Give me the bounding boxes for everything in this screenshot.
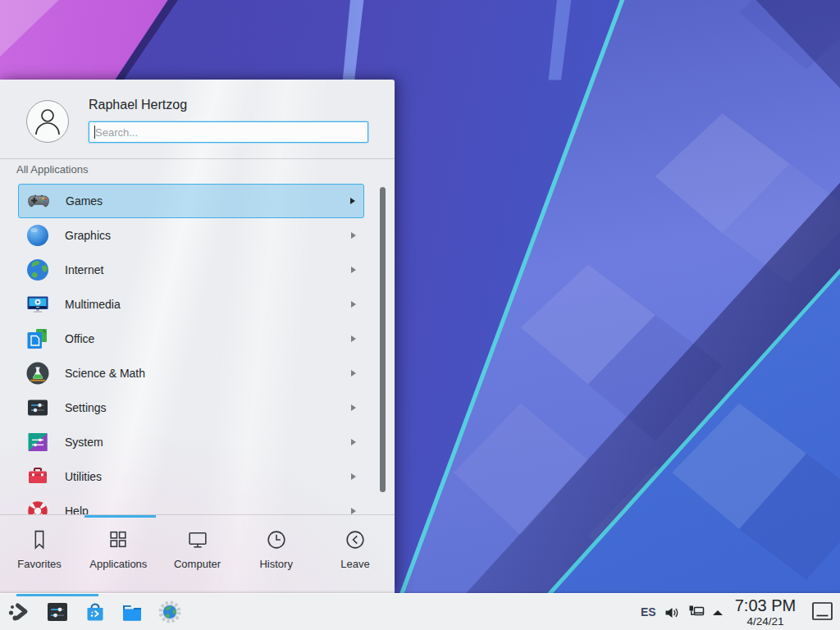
tab-computer[interactable]: Computer — [158, 518, 236, 593]
application-launcher-menu: Raphael Hertzog All Applications Games — [0, 80, 395, 593]
globe-icon — [25, 257, 51, 283]
show-desktop-button[interactable] — [810, 600, 834, 623]
category-item-multimedia[interactable]: Multimedia — [18, 287, 364, 322]
tab-favorites[interactable]: Favorites — [0, 518, 79, 593]
search-input[interactable] — [89, 121, 368, 143]
category-item-internet[interactable]: Internet — [18, 253, 364, 287]
tab-history[interactable]: History — [237, 518, 316, 593]
application-launcher-button[interactable] — [7, 599, 33, 625]
submenu-arrow-icon — [351, 439, 356, 445]
category-label: Games — [66, 194, 103, 208]
category-item-help[interactable]: Help — [18, 494, 364, 514]
task-konqueror[interactable] — [157, 599, 183, 625]
clock-icon — [265, 528, 288, 551]
task-discover[interactable] — [82, 599, 108, 625]
tab-label: Leave — [340, 558, 369, 570]
user-icon — [27, 101, 68, 142]
list-scrollbar[interactable] — [380, 187, 386, 492]
tab-applications[interactable]: Applications — [79, 518, 158, 593]
globe-gear-icon — [157, 599, 183, 625]
tabbar-divider — [0, 514, 395, 515]
category-label: Utilities — [65, 470, 102, 483]
section-label: All Applications — [16, 163, 88, 176]
leave-icon — [344, 528, 367, 551]
category-item-games[interactable]: Games — [18, 184, 364, 218]
network-icon — [687, 604, 705, 622]
submenu-arrow-icon — [351, 370, 356, 377]
tab-label: Computer — [174, 558, 221, 570]
submenu-arrow-icon — [351, 508, 356, 514]
category-label: System — [65, 436, 103, 449]
task-system-settings[interactable] — [44, 599, 71, 625]
category-label: Multimedia — [65, 298, 121, 311]
expand-tray-button[interactable] — [710, 605, 728, 623]
graphics-sphere-icon — [25, 222, 51, 249]
system-settings-icon — [44, 599, 71, 625]
task-dolphin[interactable] — [119, 599, 145, 625]
text-caret — [94, 126, 95, 139]
active-task-indicator — [16, 594, 98, 596]
expand-tray-arrow-icon — [710, 605, 725, 620]
category-label: Help — [65, 504, 89, 514]
tab-leave[interactable]: Leave — [316, 518, 395, 593]
monitor-play-icon — [25, 291, 51, 317]
category-label: Internet — [65, 263, 103, 276]
category-label: Settings — [65, 401, 107, 414]
submenu-arrow-icon — [351, 473, 356, 480]
tab-label: Applications — [89, 558, 147, 570]
category-item-utilities[interactable]: Utilities — [18, 459, 364, 494]
network-tray-button[interactable] — [687, 604, 705, 622]
system-sliders-icon — [25, 429, 51, 455]
submenu-arrow-icon — [351, 301, 356, 308]
kickoff-tabbar: Favorites Applications Computer History — [0, 518, 395, 593]
gamepad-icon — [25, 188, 52, 214]
toolbox-icon — [25, 463, 51, 490]
category-item-system[interactable]: System — [18, 425, 364, 459]
tab-label: History — [259, 558, 292, 570]
show-desktop-icon — [810, 600, 834, 623]
volume-icon — [663, 604, 681, 622]
digital-clock[interactable]: 7:03 PM 4/24/21 — [729, 596, 801, 628]
computer-icon — [186, 528, 209, 551]
flask-icon — [25, 360, 51, 386]
header-divider — [0, 158, 395, 159]
volume-tray-button[interactable] — [663, 604, 681, 622]
submenu-arrow-icon — [350, 198, 355, 204]
bookmark-icon — [28, 528, 51, 551]
submenu-arrow-icon — [351, 336, 356, 342]
grid-icon — [107, 528, 130, 551]
submenu-arrow-icon — [351, 404, 356, 411]
category-list: Games Graphics Internet — [0, 182, 395, 514]
submenu-arrow-icon — [351, 232, 356, 239]
documents-icon — [25, 326, 51, 352]
category-item-office[interactable]: Office — [18, 322, 364, 356]
category-item-science-math[interactable]: Science & Math — [18, 356, 364, 390]
sliders-icon — [25, 395, 51, 421]
keyboard-layout-indicator[interactable]: ES — [641, 605, 656, 619]
category-label: Office — [65, 332, 94, 345]
user-name: Raphael Hertzog — [89, 98, 187, 112]
category-item-graphics[interactable]: Graphics — [18, 218, 364, 253]
discover-bag-icon — [82, 599, 108, 625]
kde-launcher-icon — [7, 599, 33, 625]
lifebuoy-icon — [25, 498, 51, 514]
category-label: Graphics — [65, 229, 111, 242]
taskbar-panel: ES 7:03 PM 4/24/21 — [0, 593, 840, 630]
category-label: Science & Math — [65, 367, 145, 380]
clock-time: 7:03 PM — [729, 596, 801, 615]
category-item-settings[interactable]: Settings — [18, 390, 364, 425]
submenu-arrow-icon — [351, 267, 356, 273]
user-avatar[interactable] — [26, 100, 69, 143]
tab-label: Favorites — [17, 558, 61, 570]
clock-date: 4/24/21 — [729, 615, 801, 628]
dolphin-folder-icon — [119, 599, 145, 625]
